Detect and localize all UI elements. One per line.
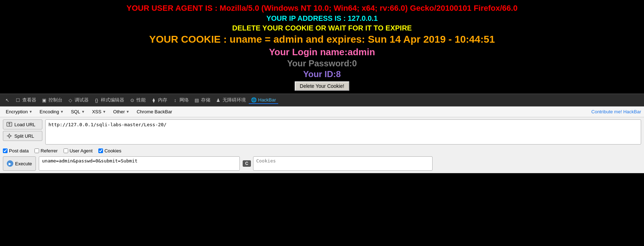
- hackbar-label: HackBar: [258, 97, 276, 103]
- memory-tool[interactable]: ⧫ 内存: [149, 96, 169, 104]
- hackbar-menu: Encryption ▼ Encoding ▼ SQL ▼ XSS ▼ Othe…: [0, 107, 644, 117]
- cookies-checkbox-label[interactable]: Cookies: [98, 148, 121, 153]
- cookie-info-line: YOUR COOKIE : uname = admin and expires:…: [0, 34, 644, 45]
- xss-menu[interactable]: XSS ▼: [89, 108, 109, 115]
- user-agent-label: User Agent: [70, 148, 93, 153]
- post-data-checkbox-label[interactable]: Post data: [3, 148, 29, 153]
- load-url-label: Load URL: [14, 122, 36, 127]
- hackbar-body: Load URL Split URL: [0, 117, 644, 147]
- cursor-tool[interactable]: ↖: [2, 96, 12, 104]
- split-url-label: Split URL: [14, 133, 34, 139]
- hackbar-icon: 🌐: [251, 97, 257, 103]
- other-arrow: ▼: [126, 110, 130, 114]
- execute-button[interactable]: ▶ Execute: [3, 156, 36, 171]
- post-data-checkbox[interactable]: [3, 148, 8, 153]
- console-icon: ▣: [41, 97, 47, 103]
- inspector-icon: ☐: [15, 97, 21, 103]
- console-label: 控制台: [48, 97, 62, 103]
- referrer-checkbox-label[interactable]: Referrer: [34, 148, 58, 153]
- post-data-label: Post data: [9, 148, 29, 153]
- execute-label: Execute: [15, 161, 32, 166]
- encoding-menu[interactable]: Encoding ▼: [37, 108, 66, 115]
- chrome-backbar-label: Chrome BackBar: [137, 109, 172, 114]
- cookie-warning-line: DELETE YOUR COOKIE OR WAIT FOR IT TO EXP…: [0, 24, 644, 32]
- post-data-row: ▶ Execute C: [0, 155, 644, 173]
- storage-label: 存储: [201, 97, 210, 103]
- cookies-section: C: [243, 156, 433, 171]
- memory-label: 内存: [158, 97, 167, 103]
- inspector-label: 查看器: [22, 97, 36, 103]
- post-data-input[interactable]: [39, 156, 240, 171]
- checkboxes-row: Post data Referrer User Agent Cookies: [0, 147, 644, 155]
- chrome-backbar-menu[interactable]: Chrome BackBar: [134, 108, 175, 115]
- cursor-icon: ↖: [4, 97, 10, 103]
- encryption-arrow: ▼: [29, 110, 32, 114]
- cookies-badge[interactable]: C: [243, 160, 251, 167]
- delete-cookie-button[interactable]: Delete Your Cookie!: [295, 81, 349, 91]
- encoding-label: Encoding: [39, 109, 59, 114]
- referrer-checkbox[interactable]: [34, 148, 39, 153]
- storage-icon: ▤: [194, 97, 200, 103]
- ip-line: YOUR IP ADDRESS IS : 127.0.0.1: [0, 14, 644, 23]
- style-editor-tool[interactable]: {} 样式编辑器: [92, 96, 126, 104]
- cookies-label: Cookies: [104, 148, 121, 153]
- performance-icon: ⊙: [129, 97, 135, 103]
- sql-arrow: ▼: [81, 110, 85, 114]
- debugger-icon: ◇: [67, 97, 73, 103]
- play-icon: ▶: [7, 160, 13, 167]
- xss-label: XSS: [92, 109, 101, 114]
- other-menu[interactable]: Other ▼: [110, 108, 132, 115]
- svg-point-2: [8, 135, 10, 137]
- contribute-link[interactable]: Contribute me! HackBar: [591, 109, 641, 114]
- left-buttons: Load URL Split URL: [3, 119, 42, 145]
- style-editor-label: 样式编辑器: [101, 97, 124, 103]
- accessibility-label: 无障碍环境: [223, 97, 246, 103]
- sql-label: SQL: [71, 109, 80, 114]
- split-url-button[interactable]: Split URL: [3, 131, 42, 141]
- accessibility-icon: ♟: [215, 97, 221, 103]
- network-tool[interactable]: ↕ 网络: [170, 96, 191, 104]
- accessibility-tool[interactable]: ♟ 无障碍环境: [213, 96, 248, 104]
- user-agent-checkbox[interactable]: [64, 148, 68, 153]
- hackbar-section: Encryption ▼ Encoding ▼ SQL ▼ XSS ▼ Othe…: [0, 107, 644, 173]
- cookies-checkbox[interactable]: [98, 148, 103, 153]
- console-tool[interactable]: ▣ 控制台: [39, 96, 65, 104]
- inspector-tool[interactable]: ☐ 查看器: [13, 96, 38, 104]
- header-section: YOUR USER AGENT IS : Mozilla/5.0 (Window…: [0, 0, 644, 94]
- user-agent-checkbox-label[interactable]: User Agent: [64, 148, 93, 153]
- performance-label: 性能: [136, 97, 146, 103]
- storage-tool[interactable]: ▤ 存储: [192, 96, 213, 104]
- xss-arrow: ▼: [102, 110, 106, 114]
- ff-toolbar: ↖ ☐ 查看器 ▣ 控制台 ◇ 调试器 {} 样式编辑器 ⊙ 性能 ⧫ 内存 ↕…: [0, 94, 644, 107]
- id-line: Your ID:8: [0, 69, 644, 79]
- debugger-tool[interactable]: ◇ 调试器: [65, 96, 91, 104]
- user-agent-line: YOUR USER AGENT IS : Mozilla/5.0 (Window…: [0, 4, 644, 13]
- split-url-icon: [6, 133, 13, 139]
- debugger-label: 调试器: [75, 97, 89, 103]
- load-url-button[interactable]: Load URL: [3, 119, 42, 129]
- url-input[interactable]: [45, 119, 641, 145]
- load-url-icon: [6, 121, 13, 128]
- style-editor-icon: {}: [94, 97, 99, 103]
- encryption-label: Encryption: [6, 109, 28, 114]
- hackbar-tool[interactable]: 🌐 HackBar: [249, 96, 278, 104]
- performance-tool[interactable]: ⊙ 性能: [127, 96, 148, 104]
- login-name-line: Your Login name:admin: [0, 47, 644, 58]
- network-icon: ↕: [172, 97, 178, 103]
- encoding-arrow: ▼: [60, 110, 64, 114]
- sql-menu[interactable]: SQL ▼: [68, 108, 88, 115]
- network-label: 网络: [179, 97, 189, 103]
- referrer-label: Referrer: [41, 148, 58, 153]
- other-label: Other: [113, 109, 125, 114]
- memory-icon: ⧫: [151, 97, 157, 103]
- password-line: Your Password:0: [0, 58, 644, 68]
- cookies-input[interactable]: [253, 156, 433, 171]
- encryption-menu[interactable]: Encryption ▼: [3, 108, 35, 115]
